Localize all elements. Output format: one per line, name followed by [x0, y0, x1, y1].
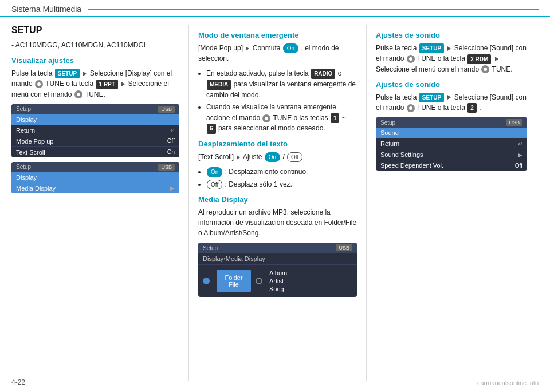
screen2-row-media-display: Media Display ▶ [11, 183, 179, 193]
screen-sound: Setup USB Sound Return ↵ Sound Settings … [376, 117, 527, 171]
screen-sound-row-settings: Sound Settings ▶ [376, 149, 527, 160]
tune-knob-1 [35, 80, 43, 88]
2rdm-badge: 2 RDM [467, 54, 491, 64]
key-6: 6 [207, 124, 216, 134]
bullet-2: Cuando se visualice la ventana emergente… [206, 102, 357, 134]
album-artist-song-options: Album Artist Song [269, 270, 287, 292]
key-1: 1 [331, 113, 340, 124]
oval-on-1: On [283, 43, 298, 53]
mid-column: Modo de ventana emergente [Mode Pop up] … [189, 25, 367, 381]
bullet-1: En estado activado, pulse la tecla RADIO… [206, 68, 357, 100]
screen1-row-mode-popup: Mode Pop up Off [11, 136, 179, 147]
radio-badge: RADIO [311, 69, 335, 79]
model-numbers: - AC110MDGG, AC110MDGN, AC110MDGL [11, 40, 179, 50]
oval-off: Off [287, 152, 302, 162]
visualizar-title: Visualizar ajustes [11, 56, 179, 65]
header-line [88, 9, 539, 10]
mode-popup-para: [Mode Pop up] Conmuta On . el modo de se… [198, 43, 357, 64]
arrow-icon-7 [447, 95, 451, 100]
media-badge: MEDIA [207, 80, 231, 90]
screen1-row-text-scroll: Text Scroll On [11, 147, 179, 157]
radio-filled-dot [203, 278, 210, 284]
popup-bullets: En estado activado, pulse la tecla RADIO… [206, 68, 357, 134]
page-number: 4-22 [11, 378, 25, 386]
left-column: SETUP - AC110MDGG, AC110MDGN, AC110MDGL … [11, 25, 189, 381]
screen-setup-display: Setup USB Display Return ↵ Mode Pop up O… [11, 104, 179, 157]
tune-knob-2 [74, 90, 82, 98]
arrow-icon-6 [495, 57, 498, 61]
setup-title: SETUP [11, 25, 179, 35]
scroll-bullet-1: On : Desplazamiento continuo. [206, 167, 357, 177]
oval-off-2: Off [207, 180, 222, 190]
ajustes-para-2: Pulse la tecla SETUP Seleccione [Sound] … [376, 92, 527, 113]
radio-empty-dot [256, 278, 262, 284]
modo-ventana-title: Modo de ventana emergente [198, 31, 357, 39]
header: Sistema Multimedia [0, 0, 550, 17]
oval-on-3: On [207, 167, 222, 177]
right-column: Ajustes de sonido Pulse la tecla SETUP S… [367, 25, 527, 381]
media-display-breadcrumb: Display›Media Display [198, 253, 357, 265]
text-scroll-para: [Text Scroll] Ajuste On / Off [198, 152, 357, 162]
key-2-badge: 2 [467, 103, 477, 113]
screen1-row-display: Display [11, 114, 179, 125]
visualizar-para: Pulse la tecla SETUP Seleccione [Display… [11, 68, 179, 100]
screen-sound-row-return: Return ↵ [376, 138, 527, 149]
screen-sound-header: Setup USB [376, 117, 527, 128]
screen2-header: Setup USB [11, 162, 179, 172]
1rpt-badge: 1 RPT [96, 80, 118, 89]
screen1-header: Setup USB [11, 104, 179, 114]
watermark: carmanualsonline.info [477, 379, 539, 386]
media-display-title: Media Display [198, 195, 357, 204]
ajustes-sonido-title-2: Ajustes de sonido [376, 80, 527, 89]
ajustes-para-1: Pulse la tecla SETUP Seleccione [Sound] … [376, 43, 527, 74]
setup-badge-right-2: SETUP [419, 93, 444, 102]
arrow-icon-2 [121, 82, 125, 86]
scroll-bullets: On : Desplazamiento continuo. Off : Desp… [206, 167, 357, 189]
arrow-icon-1 [83, 72, 87, 76]
folder-file-option: Folder File [217, 270, 251, 292]
scroll-bullet-2: Off : Desplaza sólo 1 vez. [206, 179, 357, 190]
screen-media-header: Setup USB [198, 243, 357, 253]
header-title: Sistema Multimedia [11, 5, 81, 14]
setup-badge-right-1: SETUP [419, 43, 444, 53]
arrow-icon-3 [246, 46, 249, 51]
tune-knob-6 [407, 104, 415, 112]
screen-media-display: Setup USB Display›Media Display Folder F… [198, 243, 357, 297]
screen1-row-return: Return ↵ [11, 125, 179, 136]
arrow-icon-5 [447, 46, 451, 51]
setup-badge-left: SETUP [55, 69, 80, 78]
screen-setup-media: Setup USB Display Media Display ▶ [11, 162, 179, 193]
screen-sound-row-speed: Speed Dependent Vol. Off [376, 160, 527, 171]
tune-knob-3 [262, 114, 270, 122]
screen-sound-row-sound: Sound [376, 128, 527, 138]
tune-knob-5 [481, 65, 489, 73]
tune-knob-4 [407, 55, 415, 63]
screen2-row-display: Display [11, 172, 179, 183]
ajustes-sonido-title-1: Ajustes de sonido [376, 31, 527, 39]
arrow-icon-4 [237, 155, 240, 160]
oval-on-2: On [265, 152, 280, 162]
media-display-para: Al reproducir un archivo MP3, seleccione… [198, 207, 357, 238]
content: SETUP - AC110MDGG, AC110MDGN, AC110MDGL … [0, 17, 550, 386]
screen-media-body: Folder File Album Artist Song [198, 265, 357, 297]
desplazamiento-title: Desplazamiento del texto [198, 140, 357, 148]
